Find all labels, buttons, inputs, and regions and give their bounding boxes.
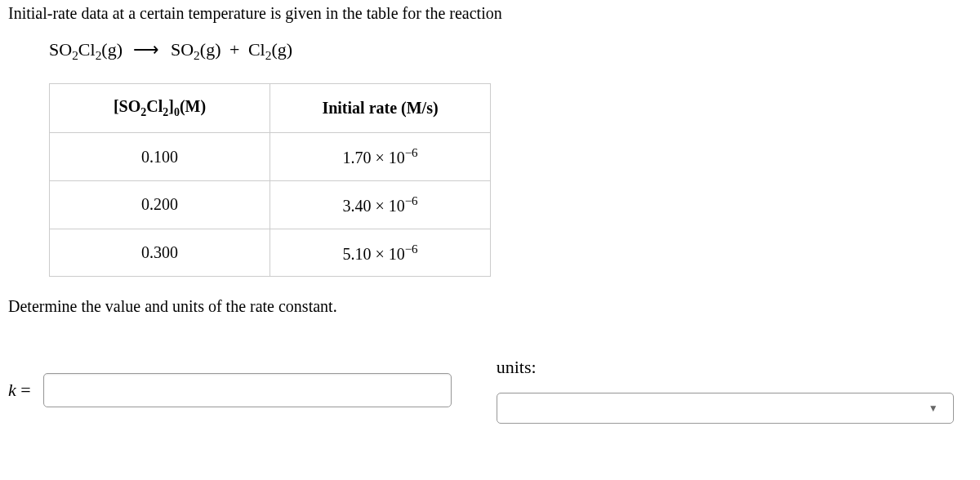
table-header-rate: Initial rate (M/s) bbox=[270, 84, 491, 133]
rate-cell: 3.40 × 10−6 bbox=[270, 181, 491, 229]
table-row: 0.100 1.70 × 10−6 bbox=[50, 133, 491, 181]
table-row: 0.200 3.40 × 10−6 bbox=[50, 181, 491, 229]
units-label: units: bbox=[497, 357, 954, 378]
rate-data-table: [SO2Cl2]0(M) Initial rate (M/s) 0.100 1.… bbox=[49, 83, 491, 277]
concentration-cell: 0.300 bbox=[50, 229, 270, 277]
reactant-so: SO2Cl2(g) bbox=[49, 39, 122, 60]
rate-constant-input[interactable] bbox=[43, 373, 452, 407]
chevron-down-icon: ▼ bbox=[929, 402, 938, 415]
intro-text: Initial-rate data at a certain temperatu… bbox=[8, 4, 972, 23]
plus-sign: + bbox=[225, 39, 243, 60]
table-header-concentration: [SO2Cl2]0(M) bbox=[50, 84, 270, 133]
product-so2: SO2(g) bbox=[171, 39, 220, 60]
arrow-icon: ⟶ bbox=[127, 39, 166, 60]
concentration-cell: 0.200 bbox=[50, 181, 270, 229]
k-label: k = bbox=[8, 380, 31, 401]
units-dropdown[interactable]: ▼ bbox=[497, 393, 954, 424]
rate-cell: 5.10 × 10−6 bbox=[270, 229, 491, 277]
table-row: 0.300 5.10 × 10−6 bbox=[50, 229, 491, 277]
concentration-cell: 0.100 bbox=[50, 133, 270, 181]
rate-cell: 1.70 × 10−6 bbox=[270, 133, 491, 181]
reaction-equation: SO2Cl2(g) ⟶ SO2(g) + Cl2(g) bbox=[49, 39, 972, 63]
instruction-text: Determine the value and units of the rat… bbox=[8, 297, 972, 316]
product-cl2: Cl2(g) bbox=[248, 39, 292, 60]
answer-section: k = units: ▼ bbox=[8, 357, 972, 424]
